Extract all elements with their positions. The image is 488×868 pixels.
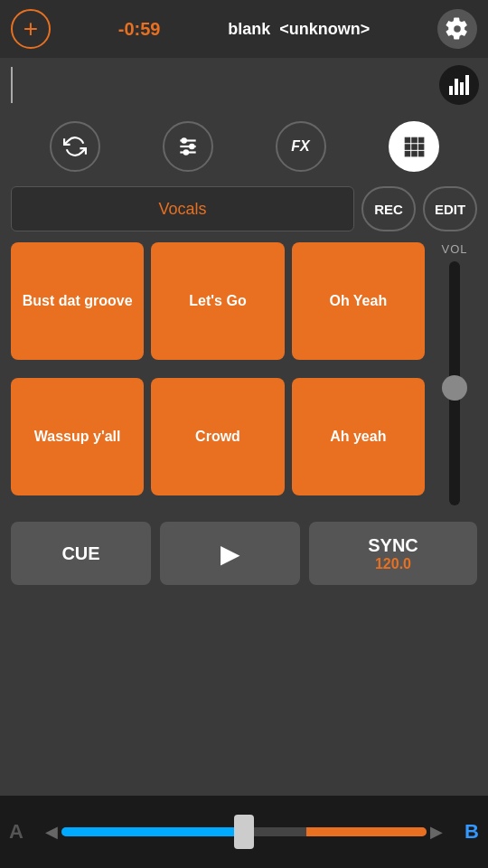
track-name: blank — [228, 20, 270, 38]
crossfader-thumb[interactable] — [234, 815, 254, 849]
channel-row: Vocals REC EDIT — [0, 181, 488, 237]
loop-icon — [63, 135, 87, 158]
svg-rect-7 — [411, 137, 416, 142]
pads-vol-container: Bust dat groove Let's Go Oh Yeah Wassup … — [0, 237, 488, 511]
cue-label: CUE — [61, 543, 99, 564]
svg-point-4 — [190, 145, 193, 148]
eq-button[interactable] — [163, 121, 213, 172]
crossfader-arrow-right[interactable]: ▶ — [427, 822, 446, 842]
svg-point-3 — [182, 138, 185, 142]
grid-button[interactable] — [389, 121, 439, 172]
pad-5[interactable]: Crowd — [151, 378, 284, 495]
eq-icon — [176, 135, 200, 158]
rec-label: REC — [374, 202, 403, 217]
rec-button[interactable]: REC — [361, 186, 416, 231]
crossfader-fill-right — [306, 827, 427, 836]
track-info: blank <unknown> — [228, 20, 370, 39]
transport-row: CUE ▶ SYNC 120.0 — [0, 511, 488, 596]
crossfader-track[interactable] — [61, 823, 427, 841]
pad-4[interactable]: Wassup y'all — [11, 378, 144, 495]
waveform-toggle-button[interactable] — [439, 65, 479, 105]
channel-name-label: Vocals — [158, 200, 206, 219]
crossfader-fill-left — [61, 827, 244, 836]
pad-6[interactable]: Ah yeah — [292, 378, 425, 495]
svg-rect-13 — [411, 151, 416, 156]
plus-icon: + — [23, 14, 38, 43]
crossfader-label-b: B — [446, 820, 479, 844]
waveform-marker — [11, 67, 13, 103]
crossfader-label-a: A — [9, 820, 42, 844]
vol-slider-track[interactable] — [449, 261, 460, 505]
gear-icon — [446, 17, 469, 41]
vol-slider-thumb[interactable] — [442, 375, 467, 401]
crossfader-row: A ◀ ▶ B — [0, 796, 488, 868]
svg-rect-6 — [405, 137, 409, 142]
svg-rect-10 — [411, 145, 416, 149]
pad-2[interactable]: Let's Go — [151, 242, 284, 360]
play-button[interactable]: ▶ — [160, 522, 300, 585]
fx-button[interactable]: FX — [276, 121, 326, 172]
play-icon: ▶ — [221, 539, 240, 569]
crossfader-arrow-left[interactable]: ◀ — [42, 822, 61, 842]
sync-label: SYNC — [368, 535, 418, 556]
edit-label: EDIT — [435, 202, 465, 217]
pad-1[interactable]: Bust dat groove — [11, 242, 144, 360]
cue-button[interactable]: CUE — [11, 522, 151, 585]
pad-3[interactable]: Oh Yeah — [292, 242, 425, 360]
time-display: -0:59 — [118, 19, 161, 40]
sync-bpm: 120.0 — [375, 556, 411, 572]
svg-rect-9 — [405, 145, 409, 149]
bars-icon — [449, 75, 469, 95]
settings-button[interactable] — [437, 9, 477, 49]
svg-rect-12 — [405, 151, 409, 156]
loop-button[interactable] — [50, 121, 100, 172]
channel-name-button[interactable]: Vocals — [11, 186, 354, 231]
controls-row: FX — [0, 112, 488, 181]
header: + -0:59 blank <unknown> — [0, 0, 488, 58]
grid-icon — [402, 135, 426, 158]
track-artist: <unknown> — [279, 20, 370, 38]
edit-button[interactable]: EDIT — [423, 186, 477, 231]
svg-point-5 — [183, 150, 187, 154]
sync-button[interactable]: SYNC 120.0 — [309, 522, 477, 585]
pads-grid: Bust dat groove Let's Go Oh Yeah Wassup … — [11, 242, 425, 505]
volume-section: VOL — [432, 242, 477, 505]
fx-label: FX — [291, 138, 309, 155]
waveform-area — [0, 58, 488, 112]
svg-rect-14 — [418, 151, 423, 156]
svg-rect-11 — [418, 145, 423, 149]
vol-label: VOL — [441, 242, 467, 256]
add-button[interactable]: + — [11, 9, 51, 49]
svg-rect-8 — [418, 137, 423, 142]
